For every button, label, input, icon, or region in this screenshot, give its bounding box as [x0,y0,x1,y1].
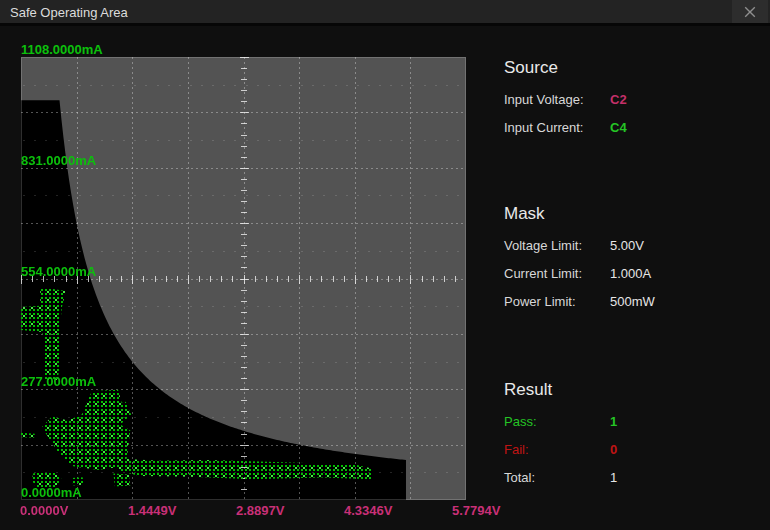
y-tick-label: 1108.0000mA [21,42,103,57]
x-tick-label: 0.0000V [20,503,68,518]
source-heading: Source [504,57,764,79]
result-section: Result Pass: 1 Fail: 0 Total: 1 [504,379,764,499]
power-limit-value: 500mW [610,295,655,309]
titlebar: Safe Operating Area [0,0,770,26]
soa-dialog: Safe Operating Area 1108.0000mA831.0000m… [0,0,770,530]
voltage-limit-value: 5.00V [610,239,644,253]
x-tick-label: 5.7794V [452,503,500,518]
current-limit-row: Current Limit: 1.000A [504,267,764,281]
input-voltage-label: Input Voltage: [504,93,610,107]
mask-section: Mask Voltage Limit: 5.00V Current Limit:… [504,203,764,323]
close-icon [742,4,758,20]
total-row: Total: 1 [504,471,764,485]
x-tick-label: 4.3346V [344,503,392,518]
current-limit-label: Current Limit: [504,267,610,281]
current-limit-value: 1.000A [610,267,651,281]
result-heading: Result [504,379,764,401]
pass-label: Pass: [504,415,610,429]
power-limit-label: Power Limit: [504,295,610,309]
input-voltage-row: Input Voltage: C2 [504,93,764,107]
y-tick-label: 554.0000mA [21,264,96,279]
fail-label: Fail: [504,443,610,457]
power-limit-row: Power Limit: 500mW [504,295,764,309]
input-current-row: Input Current: C4 [504,121,764,135]
total-label: Total: [504,471,610,485]
window-title: Safe Operating Area [10,5,128,20]
y-tick-label: 277.0000mA [21,374,96,389]
fail-row: Fail: 0 [504,443,764,457]
close-button[interactable] [732,0,768,23]
soa-plot-canvas [21,57,466,500]
total-value: 1 [610,471,617,485]
y-tick-label: 0.0000mA [21,485,82,500]
x-tick-label: 2.8897V [236,503,284,518]
input-voltage-value: C2 [610,93,627,107]
x-tick-label: 1.4449V [128,503,176,518]
mask-heading: Mask [504,203,764,225]
source-section: Source Input Voltage: C2 Input Current: … [504,57,764,149]
y-tick-label: 831.0000mA [21,153,96,168]
input-current-value: C4 [610,121,627,135]
soa-plot: 1108.0000mA831.0000mA554.0000mA277.0000m… [21,57,466,500]
pass-value: 1 [610,415,617,429]
voltage-limit-row: Voltage Limit: 5.00V [504,239,764,253]
fail-value: 0 [610,443,617,457]
voltage-limit-label: Voltage Limit: [504,239,610,253]
input-current-label: Input Current: [504,121,610,135]
pass-row: Pass: 1 [504,415,764,429]
